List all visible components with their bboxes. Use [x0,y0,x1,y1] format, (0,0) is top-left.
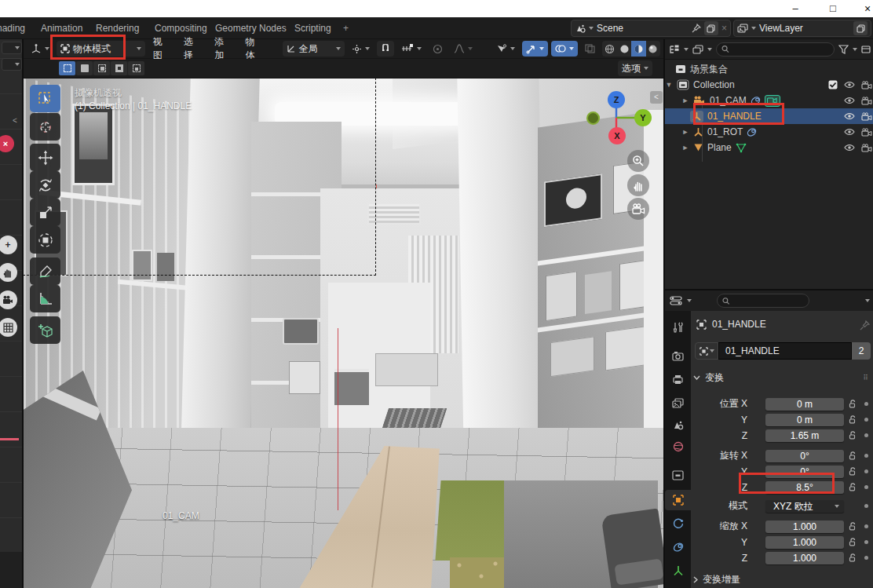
tab-output[interactable] [665,369,691,389]
navigation-gizmo[interactable]: Z Y X [577,86,659,157]
lock-icon[interactable] [849,483,857,491]
collapse-arrow-icon[interactable]: ► [681,144,689,152]
workspace-tab-scripting[interactable]: Scripting [294,17,331,39]
hide-eye-icon[interactable] [844,144,855,152]
animate-dot[interactable] [864,402,868,406]
shading-rendered-button[interactable] [646,41,660,57]
axis-neg-y-ball[interactable] [586,111,600,125]
window-maximize-button[interactable]: □ [821,0,845,17]
location-z-field[interactable]: 1.65 m [765,429,844,442]
snap-with-dropdown[interactable] [397,41,426,57]
outliner-search[interactable] [716,42,835,57]
animate-dot[interactable] [864,433,868,437]
disable-render-camera-icon[interactable] [861,81,873,89]
filter-icon[interactable] [838,45,849,54]
outliner-editor-icon[interactable] [669,45,680,54]
lock-icon[interactable] [849,553,857,562]
select-mode-extend[interactable] [76,61,93,75]
properties-editor-icon[interactable] [670,295,682,306]
object-id-icon[interactable] [695,342,718,360]
rotation-x-field[interactable]: 0° [765,450,844,462]
axis-x-ball[interactable]: X [608,127,626,144]
hide-eye-icon[interactable] [844,81,855,89]
pin-id-icon[interactable] [860,320,870,331]
outliner-row-scene-collection[interactable]: 场景集合 [665,61,873,77]
collapse-arrow-icon[interactable]: ► [681,128,689,136]
chevron-down-icon[interactable] [865,299,870,302]
lock-icon[interactable] [849,467,857,476]
new-scene-button[interactable] [704,21,718,35]
hide-eye-icon[interactable] [844,97,855,104]
outliner-row-01-rot[interactable]: ► 01_ROT [665,124,873,140]
window-close-button[interactable]: × [856,0,873,17]
lock-icon[interactable] [849,431,857,440]
add-cube-tool[interactable] [30,316,60,344]
animate-dot[interactable] [864,524,868,528]
viewport-pan-button[interactable] [627,174,649,196]
animate-dot[interactable] [864,504,868,508]
workspace-tab-shading-partial[interactable]: hading [0,17,25,39]
lock-icon[interactable] [849,538,857,546]
shading-material-button[interactable] [631,41,645,57]
delta-transform-header[interactable]: 变换增量 [693,573,740,586]
viewport-zoom-button[interactable] [627,150,649,172]
left-collapse-arrow[interactable]: < [13,116,17,125]
pin-icon[interactable] [692,24,701,33]
display-mode-icon[interactable] [692,45,703,54]
scale-y-field[interactable]: 1.000 [765,536,844,549]
cursor-tool[interactable] [30,113,60,141]
select-mode-invert[interactable] [111,61,127,75]
outliner-search-input[interactable] [732,45,829,54]
scale-x-field[interactable]: 1.000 [765,520,844,533]
new-viewlayer-button[interactable] [853,21,868,35]
shading-solid-button[interactable] [617,41,631,57]
menu-add[interactable]: 添加 [210,35,237,62]
location-x-field[interactable]: 0 m [765,398,844,411]
tab-tool[interactable] [665,317,691,338]
scale-z-field[interactable]: 1.000 [765,552,844,564]
outliner-row-collection[interactable]: ▼ Collection [665,77,873,93]
disable-render-camera-icon[interactable] [861,144,873,152]
collapse-arrow-icon[interactable]: ► [681,97,689,104]
users-count-badge[interactable]: 2 [852,342,871,360]
lock-icon[interactable] [849,522,857,531]
falloff-dropdown[interactable] [450,41,477,57]
properties-search[interactable] [717,294,809,308]
outliner-row-plane[interactable]: ► Plane [665,140,873,155]
animate-dot[interactable] [864,454,868,458]
animate-dot[interactable] [864,485,868,489]
xray-toggle[interactable] [581,41,599,57]
location-y-field[interactable]: 0 m [765,414,844,426]
show-gizmo-dropdown[interactable] [492,41,519,57]
lock-icon[interactable] [849,400,857,408]
rotate-tool[interactable] [30,171,60,199]
select-mode-intersect[interactable] [128,61,144,75]
tool-options-dropdown[interactable]: 选项 [618,60,652,76]
new-collection-icon[interactable] [861,45,871,54]
hide-eye-icon[interactable] [844,128,855,136]
menu-object[interactable]: 物体 [240,35,268,62]
editor-type-selector[interactable] [27,41,53,57]
breadcrumb-object-name[interactable]: 01_HANDLE [712,319,766,330]
snap-toggle[interactable] [377,41,394,57]
animate-dot[interactable] [864,469,868,473]
animate-dot[interactable] [864,540,868,544]
transform-orientation-dropdown[interactable]: 全局 [283,41,345,57]
menu-view[interactable]: 视图 [148,35,176,62]
proportional-editing-toggle[interactable] [429,41,447,57]
transform-tool[interactable] [30,226,60,254]
disable-render-camera-icon[interactable] [861,97,873,105]
select-box-tool[interactable] [30,85,60,112]
panel-drag-handle[interactable]: ⠿ [863,374,869,382]
3d-viewport[interactable]: 01_CAM 摄像机透视 (1) Collection | 01_HANDLE … [24,79,663,588]
menu-select[interactable]: 选择 [179,35,206,62]
collection-checkbox[interactable] [828,80,838,89]
overlays-dropdown[interactable] [551,41,578,57]
annotate-tool[interactable] [30,257,60,285]
select-mode-new[interactable] [59,61,75,75]
disable-render-camera-icon[interactable] [861,112,873,121]
lock-icon[interactable] [849,451,857,460]
shading-wireframe-button[interactable] [602,41,616,57]
measure-tool[interactable] [30,285,60,312]
properties-search-input[interactable] [733,296,804,305]
